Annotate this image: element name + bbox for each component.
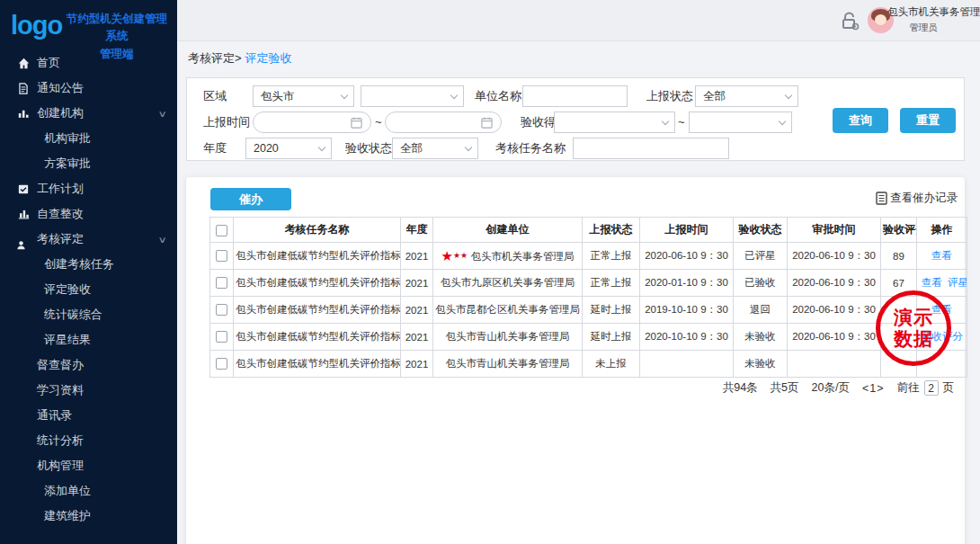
sidebar-item-assessment-acceptance[interactable]: 评定验收 (0, 277, 177, 302)
score-to-select[interactable] (689, 111, 792, 133)
search-button[interactable]: 查询 (833, 108, 888, 133)
view-urge-records-link[interactable]: 查看催办记录 (876, 191, 958, 206)
column-header: 考核任务名称 (234, 218, 401, 243)
cell-unit: ★★★ 包头市机关事务管理局 (433, 243, 583, 270)
calendar-icon (351, 117, 362, 129)
sidebar-item-home[interactable]: 首页 (0, 50, 177, 76)
sidebar-item-work-plan[interactable]: 工作计划 (0, 176, 177, 201)
sidebar-item-org-management[interactable]: 机构管理 (0, 453, 177, 478)
cell-actions: 查看 (917, 243, 967, 270)
row-checkbox[interactable] (216, 250, 227, 262)
table-row: 包头市创建低碳节约型机关评价指标2021包头市九原区机关事务管理局正常上报202… (210, 270, 967, 297)
star-icon: ★★ (453, 251, 468, 260)
sidebar-item-label: 工作计划 (37, 181, 84, 197)
sidebar-item-stats-analysis[interactable]: 统计分析 (0, 428, 177, 453)
task-name-label: 考核任务名称 (495, 138, 566, 159)
region-select[interactable]: 包头市 (253, 85, 354, 107)
sidebar-item-star-results[interactable]: 评星结果 (0, 327, 177, 352)
sidebar-item-org-approval[interactable]: 机构审批 (0, 126, 177, 151)
sidebar-item-create-org[interactable]: 创建机构∨ (0, 101, 177, 126)
urge-button[interactable]: 催办 (210, 188, 291, 210)
breadcrumb-current: 评定验收 (245, 51, 292, 65)
main-content: 考核评定>评定验收 区域 包头市 单位名称 上报状态 全部 上报时间 ~ 验收得… (177, 42, 980, 544)
sidebar-item-plan-approval[interactable]: 方案审批 (0, 151, 177, 176)
lock-settings-icon[interactable] (839, 11, 860, 34)
sidebar-item-label: 创建考核任务 (44, 256, 114, 272)
column-header: 创建单位 (433, 218, 583, 243)
cell-task-name: 包头市创建低碳节约型机关评价指标 (234, 243, 401, 270)
breadcrumb: 考核评定>评定验收 (177, 42, 980, 75)
column-header: 年度 (401, 218, 433, 243)
sidebar-item-add-unit[interactable]: 添加单位 (0, 478, 177, 504)
sidebar-item-supervision[interactable]: 督查督办 (0, 352, 177, 378)
report-status-label: 上报状态 (646, 85, 693, 107)
reset-button[interactable]: 重置 (900, 108, 956, 133)
row-checkbox[interactable] (216, 304, 227, 316)
accept-status-select[interactable]: 全部 (392, 138, 478, 159)
goto-page-input[interactable]: 2 (924, 380, 939, 396)
sidebar-item-label: 通讯录 (37, 407, 72, 424)
row-checkbox[interactable] (216, 331, 227, 343)
sidebar-item-assessment[interactable]: 考核评定∨ (0, 227, 177, 252)
cell-task-name: 包头市创建低碳节约型机关评价指标 (234, 297, 401, 324)
tilde-separator: ~ (678, 111, 685, 133)
sidebar: logo 节约型机关创建管理系统 管理端 首页通知公告创建机构∨机构审批方案审批… (0, 0, 177, 544)
sidebar-item-contacts[interactable]: 通讯录 (0, 403, 177, 428)
user-info[interactable]: 包头市机关事务管理局 管理员 (887, 5, 980, 34)
action-link[interactable]: 查看 (922, 277, 942, 288)
table-panel: 催办 查看催办记录 考核任务名称年度创建单位上报状态上报时间验收状态审批时间验收… (186, 177, 965, 544)
chevron-down-icon (450, 92, 458, 99)
cell-report-status: 未上报 (583, 351, 640, 378)
sidebar-item-label: 通知公告 (37, 80, 84, 96)
sidebar-item-self-check[interactable]: 自查整改 (0, 201, 177, 227)
report-time-to-input[interactable] (385, 111, 502, 133)
cell-unit: 包头市青山机关事务管理局 (433, 351, 583, 378)
cell-approve-time: 2020-06-10 9：30 (788, 297, 881, 324)
pager[interactable]: <1> (862, 382, 885, 395)
goto-suffix: 页 (943, 380, 955, 396)
notice-icon (18, 83, 37, 94)
sidebar-item-label: 统计分析 (37, 433, 84, 449)
sidebar-item-study-materials[interactable]: 学习资料 (0, 378, 177, 403)
breadcrumb-parent[interactable]: 考核评定 (188, 51, 235, 65)
sidebar-item-create-assessment-task[interactable]: 创建考核任务 (0, 252, 177, 277)
year-select[interactable]: 2020 (245, 138, 332, 159)
goto-label: 前往 (897, 380, 920, 396)
cell-unit: 包头市青山机关事务管理局 (433, 324, 583, 351)
logo-area: logo 节约型机关创建管理系统 管理端 (0, 0, 177, 50)
records-icon (876, 192, 887, 205)
year-label: 年度 (203, 138, 227, 159)
app-title-line1: 节约型机关创建管理系统 (62, 11, 172, 46)
region2-select[interactable] (361, 85, 464, 107)
cell-unit: 包头市九原区机关事务管理局 (433, 270, 583, 297)
sidebar-item-label: 考核评定 (37, 231, 84, 247)
cell-report-time: 2020-10-10 9：30 (640, 324, 734, 351)
cell-report-time: 2020-01-10 9：30 (640, 270, 734, 297)
report-status-select[interactable]: 全部 (695, 85, 798, 107)
cell-task-name: 包头市创建低碳节约型机关评价指标 (234, 270, 401, 297)
unit-name-input[interactable] (522, 85, 628, 107)
sidebar-item-notice[interactable]: 通知公告 (0, 76, 177, 101)
total-count: 共94条 (723, 380, 758, 396)
cell-task-name: 包头市创建低碳节约型机关评价指标 (234, 351, 401, 378)
calendar-icon (481, 117, 493, 129)
action-link[interactable]: 查看 (931, 250, 952, 261)
sidebar-item-label: 机构审批 (44, 130, 91, 147)
report-time-from-input[interactable] (253, 111, 371, 133)
score-from-select[interactable] (554, 111, 675, 133)
cell-accept-status: 已评星 (734, 243, 788, 270)
sidebar-item-label: 督查督办 (37, 357, 84, 373)
sidebar-item-label: 机构管理 (37, 458, 84, 474)
sidebar-item-stats-carbon[interactable]: 统计碳综合 (0, 302, 177, 327)
select-all-checkbox[interactable] (216, 225, 227, 236)
row-checkbox[interactable] (216, 358, 227, 370)
table-head: 考核任务名称年度创建单位上报状态上报时间验收状态审批时间验收评分操作 (210, 218, 967, 243)
action-link[interactable]: 评星 (948, 277, 967, 288)
user-role: 管理员 (887, 22, 959, 34)
chevron-down-icon (785, 92, 792, 99)
task-name-input[interactable] (573, 138, 729, 159)
row-checkbox[interactable] (216, 277, 227, 289)
cell-year: 2021 (401, 297, 433, 324)
sidebar-item-building-maintenance[interactable]: 建筑维护 (0, 504, 177, 529)
column-header: 上报时间 (640, 218, 734, 243)
